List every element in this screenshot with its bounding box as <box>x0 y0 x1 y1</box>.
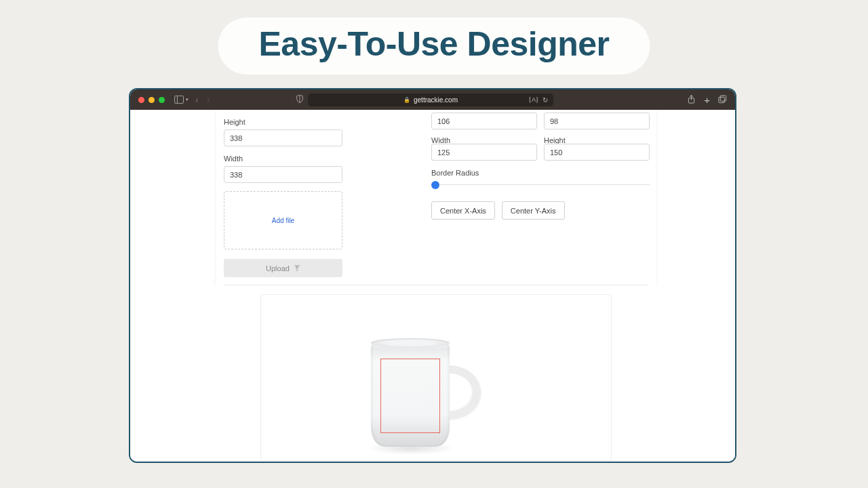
browser-titlebar: ▾ ‹ › 🔒 gettrackie.com ⁅A⁆ ↻ + <box>130 89 735 110</box>
slider-track <box>431 184 650 185</box>
mug-mockup <box>357 331 493 460</box>
svg-rect-5 <box>720 95 726 100</box>
tabs-icon[interactable] <box>718 95 727 105</box>
border-radius-field: Border Radius <box>431 169 650 189</box>
position-row <box>431 113 650 129</box>
share-icon[interactable] <box>687 95 696 105</box>
new-tab-button[interactable]: + <box>704 95 710 105</box>
pos-y-input[interactable] <box>544 113 650 129</box>
window-close-button[interactable] <box>138 97 144 103</box>
sidebar-toggle[interactable]: ▾ <box>174 96 189 104</box>
toolbar-right: + <box>687 95 727 105</box>
chevron-down-icon: ▾ <box>186 97 189 102</box>
heading-text: Easy-To-Use Designer <box>258 24 609 64</box>
url-right-cluster: ⁅A⁆ ↻ <box>529 96 548 104</box>
sidebar-icon <box>174 96 184 104</box>
size-row <box>431 144 650 161</box>
window-controls <box>138 97 165 103</box>
mockup-height-input[interactable] <box>224 129 342 146</box>
left-panel: Height Width Add file Upload <box>224 118 342 277</box>
upload-button[interactable]: Upload <box>224 259 342 277</box>
center-y-button[interactable]: Center Y-Axis <box>502 201 565 220</box>
file-dropzone[interactable]: Add file <box>224 191 342 249</box>
upload-icon <box>294 265 300 272</box>
card-edge <box>214 110 217 286</box>
privacy-shield-icon[interactable] <box>296 95 304 104</box>
nav-arrows: ‹ › <box>195 94 210 105</box>
card-edge <box>655 110 658 286</box>
border-radius-slider[interactable] <box>431 181 650 189</box>
right-panel: Width Height Border Radius Center X-Axis… <box>431 113 650 220</box>
mockup-width-input[interactable] <box>224 166 342 183</box>
back-button[interactable]: ‹ <box>195 94 199 105</box>
svg-rect-4 <box>719 97 724 102</box>
app-content: Height Width Add file Upload Width <box>130 110 735 462</box>
window-minimize-button[interactable] <box>149 97 155 103</box>
svg-rect-0 <box>175 96 184 103</box>
add-file-link[interactable]: Add file <box>272 217 294 224</box>
reload-icon[interactable]: ↻ <box>542 96 548 104</box>
area-width-input[interactable] <box>431 144 537 161</box>
mockup-width-field: Width <box>224 155 342 183</box>
area-height-input[interactable] <box>544 144 650 161</box>
mug-rim <box>371 338 450 348</box>
url-text: gettrackie.com <box>414 96 458 104</box>
window-maximize-button[interactable] <box>159 97 165 103</box>
height-label: Height <box>224 118 342 126</box>
center-x-button[interactable]: Center X-Axis <box>431 201 495 220</box>
upload-label: Upload <box>266 264 290 272</box>
print-area-rect[interactable] <box>380 359 440 433</box>
browser-window: ▾ ‹ › 🔒 gettrackie.com ⁅A⁆ ↻ + <box>129 88 736 463</box>
forward-button[interactable]: › <box>207 94 210 105</box>
marketing-heading: Easy-To-Use Designer <box>218 18 650 75</box>
url-bar[interactable]: 🔒 gettrackie.com ⁅A⁆ ↻ <box>308 94 553 106</box>
slider-thumb[interactable] <box>431 181 439 189</box>
pos-x-input[interactable] <box>431 113 537 129</box>
center-buttons: Center X-Axis Center Y-Axis <box>431 201 650 220</box>
mockup-height-field: Height <box>224 118 342 146</box>
width-label: Width <box>224 155 342 163</box>
section-divider <box>224 285 648 285</box>
product-preview <box>260 294 612 461</box>
translate-icon[interactable]: ⁅A⁆ <box>529 96 538 103</box>
lock-icon: 🔒 <box>403 97 410 103</box>
border-radius-label: Border Radius <box>431 169 650 177</box>
